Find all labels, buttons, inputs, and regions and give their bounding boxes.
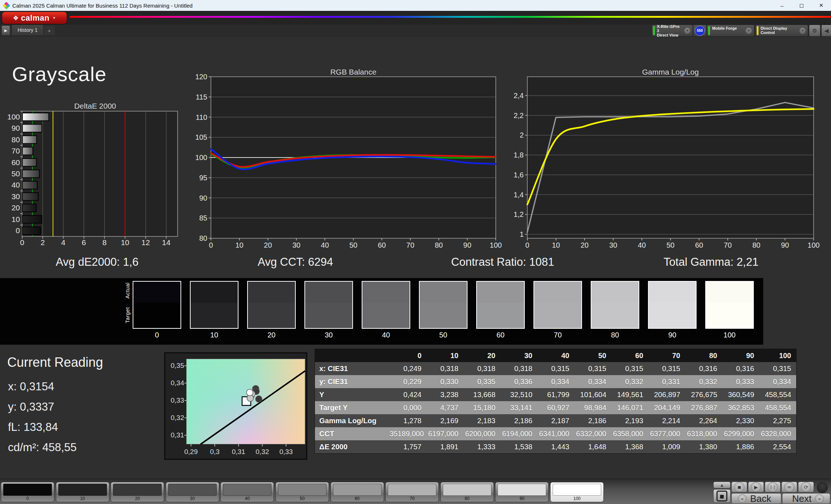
pattern-window-button[interactable]: ■ <box>713 489 731 503</box>
chevron-down-icon: ▼ <box>684 28 690 34</box>
swatch-level-90 <box>648 281 697 329</box>
table-cell: 2,264 <box>685 414 722 427</box>
table-cell: 4,737 <box>427 401 464 414</box>
collapse-panel-button[interactable]: ◀ <box>821 25 831 37</box>
grayscale-swatch-strip: Actual Target 0102030405060708090100 <box>0 278 763 345</box>
maximize-button[interactable]: ◻ <box>792 0 811 11</box>
chart-title: Gamma Log/Log <box>642 69 699 76</box>
table-cell: 0,315 <box>537 362 574 375</box>
axis-tick-label: 20 <box>264 241 272 249</box>
level-swatch <box>333 484 382 496</box>
level-label: 10 <box>56 496 109 501</box>
actual-swatch <box>477 282 524 303</box>
back-button[interactable]: « Back <box>731 493 781 504</box>
axis-tick-label: 95 <box>199 174 207 182</box>
actual-swatch <box>362 282 410 303</box>
table-cell: 0,249 <box>390 362 427 375</box>
table-cell: 6341,000 <box>537 427 574 440</box>
refresh-button[interactable]: ⟳ <box>798 482 814 492</box>
swatch-level-label: 10 <box>190 331 238 339</box>
axis-tick-label: 115 <box>196 93 207 101</box>
next-button[interactable]: Next » <box>782 493 830 504</box>
axis-tick-label: 120 <box>195 73 207 81</box>
settings-button[interactable]: ⚙ <box>809 25 820 37</box>
level-button-0[interactable]: 0 <box>1 482 54 502</box>
calman-menu-button[interactable]: ❖ calman ▼ <box>2 12 67 24</box>
axis-tick-label: 90 <box>199 194 207 202</box>
deltae-2000-chart: DeltaE 200002468101214100908070605040302… <box>7 101 188 253</box>
level-button-70[interactable]: 70 <box>385 482 439 502</box>
minimize-button[interactable]: – <box>772 0 792 11</box>
axis-tick-label: 2,2 <box>514 112 524 119</box>
level-button-60[interactable]: 60 <box>331 482 384 502</box>
table-cell: 35189,000 <box>390 427 427 440</box>
axis-tick-label: 30 <box>609 241 617 249</box>
axis-tick-label: 1 <box>520 230 524 238</box>
table-cell: 149,561 <box>611 388 648 401</box>
swatch-level-label: 80 <box>591 331 639 339</box>
table-cell: 0,316 <box>722 362 759 375</box>
meter-dropdown[interactable]: X-Rite i1Pro 3 Direct View ▼ <box>652 25 693 37</box>
axis-tick-label: 90 <box>12 124 20 132</box>
meter-label: X-Rite i1Pro 3 <box>657 24 681 33</box>
deltae-bar-90 <box>22 124 42 132</box>
table-row-label: Y <box>315 388 390 401</box>
axis-tick-label: 10 <box>12 215 20 223</box>
play-button[interactable]: ▶ <box>748 482 764 492</box>
stat-avg-cct: Avg CCT: 6294 <box>258 256 333 269</box>
table-column-header: 30 <box>500 349 537 362</box>
add-tab-button[interactable]: + <box>43 25 55 35</box>
deltae-bar-70 <box>22 147 33 155</box>
reading-value: fL: 133,84 <box>8 417 77 437</box>
read-series-icon: [·] <box>768 482 778 492</box>
axis-tick-label: 1,6 <box>514 171 524 179</box>
level-button-20[interactable]: 20 <box>111 482 164 502</box>
table-cell: 6299,000 <box>722 427 759 440</box>
level-button-40[interactable]: 40 <box>220 482 274 502</box>
axis-tick-label: 70 <box>724 241 732 249</box>
axis-tick-label: 50 <box>12 169 20 178</box>
level-button-100[interactable]: 100 <box>550 482 604 502</box>
chevron-left-icon: ◀ <box>824 28 829 34</box>
close-button[interactable]: ✕ <box>811 0 831 11</box>
level-button-50[interactable]: 50 <box>275 482 329 502</box>
stop-button[interactable]: ■ <box>731 482 747 492</box>
actual-swatch <box>649 282 696 303</box>
level-button-80[interactable]: 80 <box>440 482 494 502</box>
actual-swatch <box>248 282 295 303</box>
table-row-label: CCT <box>315 427 390 440</box>
continuous-read-button[interactable]: ∞ <box>781 482 797 492</box>
axis-tick-label: 10 <box>121 238 129 247</box>
tab-scroll-button[interactable]: ▶ <box>1 25 10 35</box>
axis-tick-label: 80 <box>12 135 20 144</box>
level-button-30[interactable]: 30 <box>166 482 219 502</box>
target-swatch <box>248 303 295 328</box>
table-column-header: 100 <box>759 349 796 362</box>
table-cell: 0,332 <box>685 375 722 388</box>
pattern-source-dropdown[interactable]: Mobile Forge ▼ <box>707 25 755 37</box>
level-label: 50 <box>276 496 329 501</box>
deltae-bar-80 <box>22 136 37 143</box>
table-cell: 0,315 <box>574 362 611 375</box>
level-label: 20 <box>111 496 164 501</box>
table-cell: 1,009 <box>648 440 685 453</box>
level-label: 100 <box>550 496 603 501</box>
read-once-button[interactable]: [·] <box>765 482 781 492</box>
panel-up-button[interactable]: ▲ <box>713 482 731 488</box>
target-swatch <box>420 303 467 328</box>
inactive-indicator <box>817 482 828 493</box>
display-control-dropdown[interactable]: Direct Display Control ▼ <box>755 25 808 37</box>
level-swatch <box>553 484 601 496</box>
swatch-level-20 <box>247 281 296 329</box>
level-button-90[interactable]: 90 <box>495 482 549 502</box>
level-button-10[interactable]: 10 <box>56 482 109 502</box>
axis-tick-label: 6 <box>82 238 86 247</box>
meter-exposure-badge[interactable]: 550 <box>693 25 707 37</box>
table-cell: 276,887 <box>685 401 722 414</box>
table-cell: 2,187 <box>537 414 574 427</box>
table-cell: 6358,000 <box>611 427 648 440</box>
table-column-header: 80 <box>685 349 722 362</box>
tab-history-1[interactable]: History 1 <box>12 25 43 35</box>
table-cell: 0,331 <box>648 375 685 388</box>
axis-tick-label: 100 <box>490 241 502 249</box>
